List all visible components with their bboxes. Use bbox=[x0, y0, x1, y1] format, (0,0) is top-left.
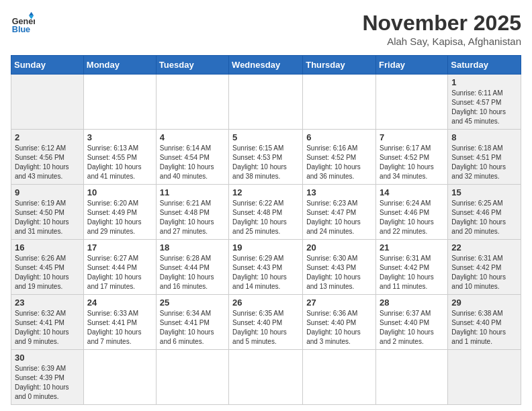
day-info: Sunrise: 6:20 AM Sunset: 4:49 PM Dayligh… bbox=[87, 199, 152, 236]
day-number: 27 bbox=[306, 298, 372, 308]
month-title: November 2025 bbox=[362, 11, 521, 36]
day-number: 1 bbox=[451, 77, 517, 87]
logo: General Blue bbox=[11, 11, 35, 35]
calendar-cell bbox=[83, 75, 156, 130]
day-info: Sunrise: 6:13 AM Sunset: 4:55 PM Dayligh… bbox=[87, 144, 152, 181]
day-info: Sunrise: 6:26 AM Sunset: 4:45 PM Dayligh… bbox=[15, 254, 80, 291]
day-number: 23 bbox=[15, 298, 80, 308]
day-number: 6 bbox=[306, 132, 372, 142]
calendar-cell bbox=[83, 350, 156, 405]
calendar-cell: 4Sunrise: 6:14 AM Sunset: 4:54 PM Daylig… bbox=[156, 130, 228, 185]
calendar-cell: 20Sunrise: 6:30 AM Sunset: 4:43 PM Dayli… bbox=[303, 240, 376, 295]
calendar-week-4: 16Sunrise: 6:26 AM Sunset: 4:45 PM Dayli… bbox=[11, 240, 521, 295]
calendar-cell: 19Sunrise: 6:29 AM Sunset: 4:43 PM Dayli… bbox=[229, 240, 303, 295]
calendar-cell: 10Sunrise: 6:20 AM Sunset: 4:49 PM Dayli… bbox=[83, 185, 156, 240]
day-info: Sunrise: 6:25 AM Sunset: 4:46 PM Dayligh… bbox=[451, 199, 517, 236]
calendar-cell bbox=[303, 75, 376, 130]
day-number: 8 bbox=[451, 132, 517, 142]
weekday-header-thursday: Thursday bbox=[303, 56, 376, 75]
day-number: 26 bbox=[232, 298, 299, 308]
day-info: Sunrise: 6:24 AM Sunset: 4:46 PM Dayligh… bbox=[380, 199, 444, 236]
calendar-cell: 12Sunrise: 6:22 AM Sunset: 4:48 PM Dayli… bbox=[229, 185, 303, 240]
day-info: Sunrise: 6:19 AM Sunset: 4:50 PM Dayligh… bbox=[15, 199, 80, 236]
day-number: 17 bbox=[87, 242, 152, 253]
calendar-cell: 9Sunrise: 6:19 AM Sunset: 4:50 PM Daylig… bbox=[11, 185, 84, 240]
calendar-week-3: 9Sunrise: 6:19 AM Sunset: 4:50 PM Daylig… bbox=[11, 185, 521, 240]
day-info: Sunrise: 6:21 AM Sunset: 4:48 PM Dayligh… bbox=[160, 199, 225, 236]
calendar-cell: 18Sunrise: 6:28 AM Sunset: 4:44 PM Dayli… bbox=[156, 240, 228, 295]
day-info: Sunrise: 6:12 AM Sunset: 4:56 PM Dayligh… bbox=[15, 144, 80, 181]
calendar-cell: 21Sunrise: 6:31 AM Sunset: 4:42 PM Dayli… bbox=[376, 240, 448, 295]
day-number: 12 bbox=[232, 187, 299, 197]
day-info: Sunrise: 6:16 AM Sunset: 4:52 PM Dayligh… bbox=[306, 144, 372, 181]
day-number: 24 bbox=[87, 298, 152, 308]
calendar-cell: 29Sunrise: 6:38 AM Sunset: 4:40 PM Dayli… bbox=[448, 295, 521, 350]
day-number: 11 bbox=[160, 187, 225, 197]
calendar-cell bbox=[156, 350, 228, 405]
day-number: 20 bbox=[306, 242, 372, 253]
day-info: Sunrise: 6:18 AM Sunset: 4:51 PM Dayligh… bbox=[451, 144, 517, 181]
calendar-cell bbox=[156, 75, 228, 130]
calendar-cell: 11Sunrise: 6:21 AM Sunset: 4:48 PM Dayli… bbox=[156, 185, 228, 240]
weekday-header-wednesday: Wednesday bbox=[229, 56, 303, 75]
weekday-header-friday: Friday bbox=[376, 56, 448, 75]
day-info: Sunrise: 6:39 AM Sunset: 4:39 PM Dayligh… bbox=[15, 364, 80, 402]
day-info: Sunrise: 6:30 AM Sunset: 4:43 PM Dayligh… bbox=[306, 254, 372, 291]
svg-marker-2 bbox=[29, 12, 34, 15]
day-info: Sunrise: 6:31 AM Sunset: 4:42 PM Dayligh… bbox=[380, 254, 444, 291]
calendar-cell: 5Sunrise: 6:15 AM Sunset: 4:53 PM Daylig… bbox=[229, 130, 303, 185]
day-number: 29 bbox=[451, 298, 517, 308]
calendar-cell: 26Sunrise: 6:35 AM Sunset: 4:40 PM Dayli… bbox=[229, 295, 303, 350]
calendar-week-6: 30Sunrise: 6:39 AM Sunset: 4:39 PM Dayli… bbox=[11, 350, 521, 405]
calendar-cell bbox=[303, 350, 376, 405]
calendar-cell: 7Sunrise: 6:17 AM Sunset: 4:52 PM Daylig… bbox=[376, 130, 448, 185]
day-number: 28 bbox=[380, 298, 444, 308]
day-info: Sunrise: 6:37 AM Sunset: 4:40 PM Dayligh… bbox=[380, 309, 444, 347]
day-number: 25 bbox=[160, 298, 225, 308]
calendar-cell: 24Sunrise: 6:33 AM Sunset: 4:41 PM Dayli… bbox=[83, 295, 156, 350]
calendar-cell: 27Sunrise: 6:36 AM Sunset: 4:40 PM Dayli… bbox=[303, 295, 376, 350]
day-number: 18 bbox=[160, 242, 225, 253]
day-number: 10 bbox=[87, 187, 152, 197]
day-info: Sunrise: 6:29 AM Sunset: 4:43 PM Dayligh… bbox=[232, 254, 299, 291]
calendar-cell: 16Sunrise: 6:26 AM Sunset: 4:45 PM Dayli… bbox=[11, 240, 84, 295]
day-number: 5 bbox=[232, 132, 299, 142]
calendar-cell: 6Sunrise: 6:16 AM Sunset: 4:52 PM Daylig… bbox=[303, 130, 376, 185]
calendar-cell: 22Sunrise: 6:31 AM Sunset: 4:42 PM Dayli… bbox=[448, 240, 521, 295]
day-info: Sunrise: 6:15 AM Sunset: 4:53 PM Dayligh… bbox=[232, 144, 299, 181]
day-number: 3 bbox=[87, 132, 152, 142]
calendar-cell bbox=[229, 350, 303, 405]
calendar-cell bbox=[229, 75, 303, 130]
weekday-header-sunday: Sunday bbox=[11, 56, 84, 75]
calendar-cell: 8Sunrise: 6:18 AM Sunset: 4:51 PM Daylig… bbox=[448, 130, 521, 185]
day-info: Sunrise: 6:38 AM Sunset: 4:40 PM Dayligh… bbox=[451, 309, 517, 347]
calendar-cell: 17Sunrise: 6:27 AM Sunset: 4:44 PM Dayli… bbox=[83, 240, 156, 295]
day-number: 21 bbox=[380, 242, 444, 253]
calendar-cell: 28Sunrise: 6:37 AM Sunset: 4:40 PM Dayli… bbox=[376, 295, 448, 350]
calendar-cell: 3Sunrise: 6:13 AM Sunset: 4:55 PM Daylig… bbox=[83, 130, 156, 185]
day-info: Sunrise: 6:28 AM Sunset: 4:44 PM Dayligh… bbox=[160, 254, 225, 291]
day-info: Sunrise: 6:33 AM Sunset: 4:41 PM Dayligh… bbox=[87, 309, 152, 347]
calendar-cell bbox=[376, 350, 448, 405]
weekday-header-tuesday: Tuesday bbox=[156, 56, 228, 75]
day-number: 15 bbox=[451, 187, 517, 197]
day-number: 9 bbox=[15, 187, 80, 197]
calendar-week-2: 2Sunrise: 6:12 AM Sunset: 4:56 PM Daylig… bbox=[11, 130, 521, 185]
day-info: Sunrise: 6:17 AM Sunset: 4:52 PM Dayligh… bbox=[380, 144, 444, 181]
day-number: 22 bbox=[451, 242, 517, 253]
day-info: Sunrise: 6:36 AM Sunset: 4:40 PM Dayligh… bbox=[306, 309, 372, 347]
calendar-cell bbox=[448, 350, 521, 405]
calendar-cell: 13Sunrise: 6:23 AM Sunset: 4:47 PM Dayli… bbox=[303, 185, 376, 240]
day-number: 7 bbox=[380, 132, 444, 142]
location-title: Alah Say, Kapisa, Afghanistan bbox=[362, 36, 521, 47]
day-info: Sunrise: 6:11 AM Sunset: 4:57 PM Dayligh… bbox=[451, 89, 517, 126]
weekday-header-saturday: Saturday bbox=[448, 56, 521, 75]
day-number: 2 bbox=[15, 132, 80, 142]
day-info: Sunrise: 6:14 AM Sunset: 4:54 PM Dayligh… bbox=[160, 144, 225, 181]
page-header: General Blue November 2025 Alah Say, Kap… bbox=[11, 11, 521, 47]
calendar-cell bbox=[376, 75, 448, 130]
day-info: Sunrise: 6:23 AM Sunset: 4:47 PM Dayligh… bbox=[306, 199, 372, 236]
day-number: 13 bbox=[306, 187, 372, 197]
calendar-cell: 30Sunrise: 6:39 AM Sunset: 4:39 PM Dayli… bbox=[11, 350, 84, 405]
day-info: Sunrise: 6:22 AM Sunset: 4:48 PM Dayligh… bbox=[232, 199, 299, 236]
